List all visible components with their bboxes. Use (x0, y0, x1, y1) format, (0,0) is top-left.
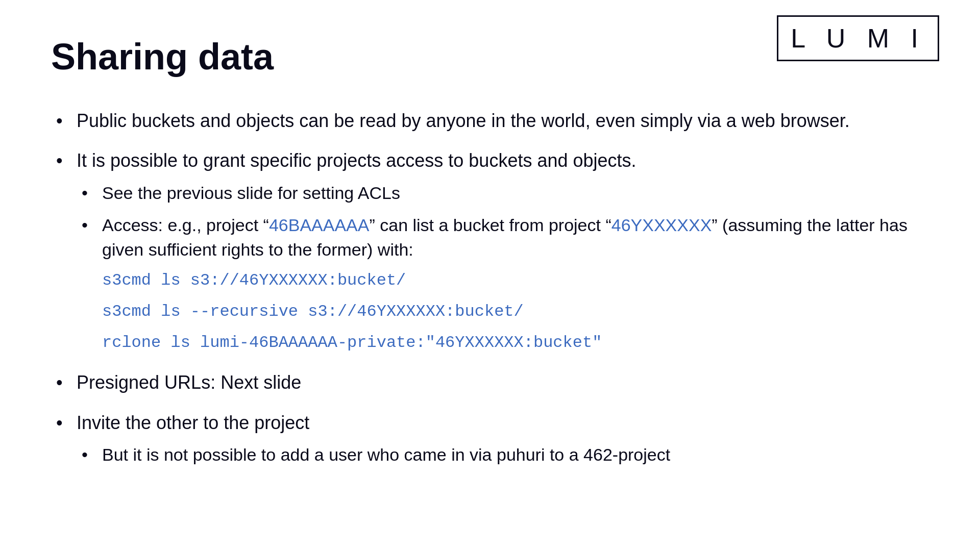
code-line-2: s3cmd ls --recursive s3://46YXXXXXX:buck… (102, 298, 929, 324)
sub-bullet-list-4: But it is not possible to add a user who… (77, 443, 929, 467)
code-line-1: s3cmd ls s3://46YXXXXXX:bucket/ (102, 267, 929, 293)
slide-container: L U M I Sharing data Public buckets and … (0, 0, 980, 551)
bullet-1-text: Public buckets and objects can be read b… (77, 110, 850, 131)
bullet-item-3: Presigned URLs: Next slide (51, 370, 929, 395)
logo: L U M I (777, 15, 939, 61)
bullet-3-text: Presigned URLs: Next slide (77, 372, 301, 393)
bullet-item-4: Invite the other to the project But it i… (51, 410, 929, 467)
sub-bullet-list-2: See the previous slide for setting ACLs … (77, 181, 929, 356)
highlight-project-b: 46YXXXXXX (611, 215, 712, 235)
logo-text: L U M I (791, 23, 925, 53)
bullet-item-1: Public buckets and objects can be read b… (51, 108, 929, 134)
highlight-project-a: 46BAAAAAA (269, 215, 370, 235)
slide-content: Public buckets and objects can be read b… (51, 108, 929, 467)
sub-bullet-1-text: See the previous slide for setting ACLs (102, 183, 400, 203)
sub-bullet-3-text: But it is not possible to add a user who… (102, 445, 670, 464)
sub-bullet-item-1: See the previous slide for setting ACLs (77, 181, 929, 206)
bullet-4-text: Invite the other to the project (77, 412, 309, 433)
sub-bullet-item-3: But it is not possible to add a user who… (77, 443, 929, 467)
bullet-2-text: It is possible to grant specific project… (77, 150, 636, 171)
bullet-item-2: It is possible to grant specific project… (51, 148, 929, 356)
main-bullet-list: Public buckets and objects can be read b… (51, 108, 929, 467)
code-line-3: rclone ls lumi-46BAAAAAA-private:"46YXXX… (102, 330, 929, 356)
sub-bullet-item-2: Access: e.g., project “46BAAAAAA” can li… (77, 213, 929, 356)
sub-bullet-2-text: Access: e.g., project “46BAAAAAA” can li… (102, 215, 908, 259)
